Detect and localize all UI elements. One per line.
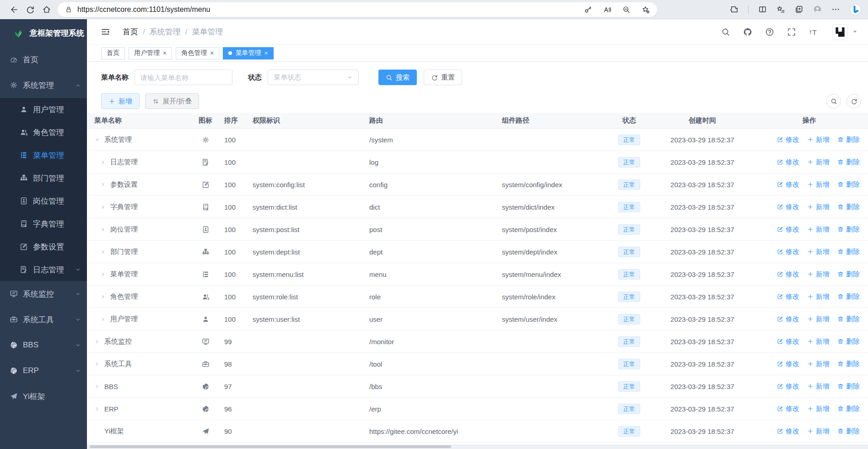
- row-add-button[interactable]: 新增: [807, 180, 830, 189]
- row-add-button[interactable]: 新增: [807, 270, 830, 279]
- tab-menu-mgmt[interactable]: 菜单管理×: [223, 47, 273, 60]
- add-favorite-star-icon[interactable]: [642, 5, 650, 14]
- horizontal-scrollbar[interactable]: [87, 444, 868, 449]
- github-icon[interactable]: [743, 27, 752, 37]
- tab-close-icon[interactable]: ×: [264, 50, 268, 56]
- row-delete-button[interactable]: 删除: [837, 270, 860, 279]
- row-add-button[interactable]: 新增: [807, 382, 830, 391]
- back-button[interactable]: [5, 2, 22, 17]
- row-delete-button[interactable]: 删除: [837, 315, 860, 324]
- sidebar-item-system-mgmt[interactable]: 系统管理: [0, 72, 87, 98]
- row-add-button[interactable]: 新增: [807, 360, 830, 368]
- row-delete-button[interactable]: 删除: [837, 203, 860, 211]
- tab-user-mgmt[interactable]: 用户管理×: [129, 47, 172, 60]
- sidebar-item-system-tools[interactable]: 系统工具: [0, 307, 87, 332]
- sidebar-item-erp[interactable]: ERP: [0, 358, 87, 384]
- row-add-button[interactable]: 新增: [807, 427, 830, 436]
- url-text[interactable]: https://ccnetcore.com:1101/system/menu: [77, 5, 210, 14]
- row-add-button[interactable]: 新增: [807, 405, 830, 413]
- row-edit-button[interactable]: 修改: [777, 382, 799, 391]
- row-add-button[interactable]: 新增: [807, 158, 830, 167]
- row-add-button[interactable]: 新增: [807, 315, 830, 324]
- sidebar-item-role-mgmt[interactable]: 角色管理: [0, 121, 87, 144]
- refresh-table-button[interactable]: [846, 94, 861, 108]
- scrollbar-thumb[interactable]: [90, 445, 451, 448]
- row-expand-icon[interactable]: [94, 339, 100, 345]
- sidebar-item-dict-mgmt[interactable]: 字典管理: [0, 212, 87, 235]
- font-size-icon[interactable]: TT: [809, 27, 818, 37]
- row-expand-icon[interactable]: [100, 249, 106, 255]
- row-edit-button[interactable]: 修改: [777, 292, 799, 301]
- more-options-icon[interactable]: [831, 5, 840, 14]
- row-expand-icon[interactable]: [94, 137, 100, 143]
- user-avatar[interactable]: [832, 24, 848, 40]
- row-delete-button[interactable]: 删除: [837, 405, 860, 413]
- sidebar-item-config-settings[interactable]: 参数设置: [0, 235, 87, 258]
- user-menu-caret-icon[interactable]: [852, 29, 858, 35]
- sidebar-item-user-mgmt[interactable]: 用户管理: [0, 98, 87, 121]
- row-expand-icon[interactable]: [100, 271, 106, 277]
- row-edit-button[interactable]: 修改: [777, 248, 799, 256]
- favorites-bar-icon[interactable]: [776, 5, 785, 14]
- row-expand-icon[interactable]: [94, 384, 100, 389]
- sidebar-collapse-button[interactable]: [101, 27, 110, 37]
- extensions-icon[interactable]: [730, 5, 739, 14]
- row-expand-icon[interactable]: [100, 204, 106, 210]
- row-expand-icon[interactable]: [94, 361, 100, 367]
- add-button[interactable]: 新增: [101, 93, 140, 109]
- row-expand-icon[interactable]: [100, 182, 106, 188]
- reset-button[interactable]: 重置: [424, 70, 462, 85]
- row-delete-button[interactable]: 删除: [837, 225, 860, 234]
- row-edit-button[interactable]: 修改: [777, 315, 799, 324]
- breadcrumb-system[interactable]: 系统管理: [150, 27, 181, 37]
- row-add-button[interactable]: 新增: [807, 225, 830, 234]
- row-add-button[interactable]: 新增: [807, 337, 830, 346]
- row-delete-button[interactable]: 删除: [837, 180, 860, 189]
- sidebar-item-home[interactable]: 首页: [0, 47, 87, 72]
- zoom-out-icon[interactable]: [622, 5, 631, 14]
- row-delete-button[interactable]: 删除: [837, 427, 860, 436]
- row-add-button[interactable]: 新增: [807, 292, 830, 301]
- row-edit-button[interactable]: 修改: [777, 360, 799, 368]
- bing-icon[interactable]: [850, 4, 862, 16]
- split-screen-icon[interactable]: [758, 5, 767, 14]
- row-edit-button[interactable]: 修改: [777, 158, 799, 167]
- row-edit-button[interactable]: 修改: [777, 135, 799, 144]
- collections-icon[interactable]: [795, 5, 803, 14]
- row-delete-button[interactable]: 删除: [837, 248, 860, 256]
- menu-name-input[interactable]: [135, 70, 232, 85]
- row-expand-icon[interactable]: [100, 227, 106, 233]
- sidebar-item-menu-mgmt[interactable]: 菜单管理: [0, 144, 87, 167]
- breadcrumb-home[interactable]: 首页: [123, 27, 138, 37]
- row-edit-button[interactable]: 修改: [777, 337, 799, 346]
- row-delete-button[interactable]: 删除: [837, 135, 860, 144]
- row-add-button[interactable]: 新增: [807, 135, 830, 144]
- help-icon[interactable]: [765, 27, 774, 37]
- status-select[interactable]: 菜单状态: [268, 70, 359, 85]
- password-key-icon[interactable]: [584, 5, 592, 14]
- row-expand-icon[interactable]: [100, 316, 106, 322]
- tab-close-icon[interactable]: ×: [210, 50, 214, 56]
- row-add-button[interactable]: 新增: [807, 203, 830, 211]
- row-edit-button[interactable]: 修改: [777, 225, 799, 234]
- row-delete-button[interactable]: 删除: [837, 158, 860, 167]
- sidebar-item-post-mgmt[interactable]: 岗位管理: [0, 189, 87, 212]
- sidebar-item-dept-mgmt[interactable]: 部门管理: [0, 167, 87, 189]
- address-bar[interactable]: https://ccnetcore.com:1101/system/menu: [58, 2, 657, 17]
- sidebar-item-log-mgmt[interactable]: 日志管理: [0, 258, 87, 281]
- sidebar-item-system-monitor[interactable]: 系统监控: [0, 281, 87, 307]
- row-edit-button[interactable]: 修改: [777, 427, 799, 436]
- search-button[interactable]: 搜索: [378, 70, 417, 85]
- tab-close-icon[interactable]: ×: [163, 50, 167, 56]
- row-edit-button[interactable]: 修改: [777, 180, 799, 189]
- profile-avatar-icon[interactable]: [813, 5, 822, 14]
- row-delete-button[interactable]: 删除: [837, 360, 860, 368]
- row-delete-button[interactable]: 删除: [837, 337, 860, 346]
- row-edit-button[interactable]: 修改: [777, 405, 799, 413]
- sidebar-item-yi-framework[interactable]: Yi框架: [0, 384, 87, 409]
- refresh-button[interactable]: [22, 2, 38, 17]
- tab-home[interactable]: 首页: [101, 47, 125, 60]
- header-search-icon[interactable]: [721, 27, 730, 37]
- row-expand-icon[interactable]: [100, 294, 106, 300]
- row-delete-button[interactable]: 删除: [837, 382, 860, 391]
